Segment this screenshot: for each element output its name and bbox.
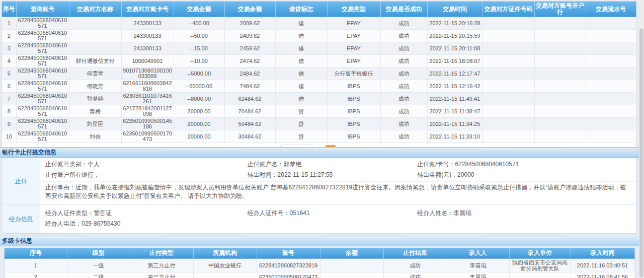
mc-cell-stop-type: 第三方止付	[130, 258, 193, 272]
tx-header-type: 交易类型	[327, 2, 380, 17]
tx-cell-cert-no	[482, 118, 534, 130]
transaction-table: 序号查询账号交易对方名称交易对方账卡号交易金额交易余额借贷标志交易类型交易是否成…	[2, 2, 636, 143]
tx-cell-seq: 3	[2, 42, 16, 55]
tx-cell-balance: 2409.62	[224, 30, 275, 42]
field-handler-name: 经办人姓名：李晨琨	[417, 208, 631, 219]
tx-cell-serial-no	[586, 80, 636, 93]
tx-cell-query-account: 6228450068040610571	[16, 130, 69, 143]
multicard-table-header-row: 序号级别止付类型所属机构账号余额止付结果录入人录入单位录入时间	[5, 248, 634, 258]
stop-payment-panel: 止付 止付账号类别：个人 止付账户名：郭梦艳 止付账/卡号：6228450068…	[2, 158, 636, 234]
tx-cell-serial-no	[586, 42, 636, 55]
tx-cell-amount: 20000.00	[174, 130, 224, 143]
tx-cell-balance: 2009.62	[224, 17, 275, 30]
tx-cell-counterparty-name: 郭梦婷	[69, 93, 121, 105]
multicard-section-title: 多级卡信息	[0, 236, 644, 246]
tx-cell-amount: --400.00	[174, 17, 224, 30]
mc-cell-account: 6228412860827322819	[257, 258, 320, 272]
tx-cell-success: 成功	[380, 93, 427, 105]
tx-cell-time: 2022-11-15 11:38:47	[427, 105, 482, 118]
tx-cell-query-account: 6228450068040610571	[16, 105, 69, 118]
tx-cell-type: IBPS	[327, 118, 380, 130]
tx-cell-debit-credit-flag: 借	[275, 67, 327, 80]
tx-cell-time: 2022-11-15 20:11:08	[427, 42, 482, 55]
tx-cell-opening-bank	[534, 105, 586, 118]
field-stop-account-bank: 止付账户所在银行：	[45, 170, 248, 180]
tx-cell-counterparty-card: 243300133	[121, 17, 174, 30]
tx-cell-time: 2022-11-15 11:33:10	[427, 130, 482, 143]
tx-row: 66228450068040610571何晓芳62166116000038428…	[2, 80, 636, 93]
tx-cell-balance: 7484.62	[224, 80, 275, 93]
tx-cell-debit-credit-flag: 借	[275, 42, 327, 55]
tx-cell-cert-no	[482, 30, 534, 42]
tx-cell-cert-no	[482, 80, 534, 93]
handler-info-group-label: 经办信息	[2, 205, 40, 233]
tx-cell-success: 成功	[380, 130, 427, 143]
tx-header-counterparty-name: 交易对方名称	[69, 2, 121, 17]
field-empty	[417, 219, 631, 229]
mc-cell-entry-person: 李晨琨	[447, 258, 509, 272]
scrollbar-thumb[interactable]	[639, 29, 643, 277]
mc-header-seq: 序号	[5, 248, 67, 258]
field-handler-cert-no: 经办人证件号：051641	[248, 208, 418, 219]
field-handler-phone: 经办人电话：029-86755430	[45, 219, 248, 229]
mc-cell-level: 二级	[67, 272, 130, 278]
mc-cell-balance	[320, 258, 383, 272]
tx-cell-amount: --55000.00	[174, 80, 224, 93]
tx-cell-query-account: 6228450068040610571	[16, 42, 69, 55]
tx-cell-serial-no	[586, 118, 636, 130]
tx-cell-success: 成功	[380, 55, 427, 67]
tx-cell-debit-credit-flag: 借	[275, 80, 327, 93]
tx-cell-query-account: 6228450068040610571	[16, 67, 69, 80]
tx-cell-success: 成功	[380, 80, 427, 93]
tx-header-seq: 序号	[2, 2, 16, 17]
tx-cell-success: 成功	[380, 30, 427, 42]
tx-header-amount: 交易金额	[174, 2, 224, 17]
mc-cell-institution	[193, 272, 257, 278]
tx-cell-cert-no	[482, 42, 534, 55]
tx-cell-opening-bank	[534, 67, 586, 80]
tx-cell-debit-credit-flag: 贷	[275, 105, 327, 118]
tx-cell-type: EPAY	[327, 55, 380, 67]
tx-cell-opening-bank	[534, 118, 586, 130]
tx-header-time: 交易时间	[427, 2, 482, 17]
tx-header-query-account: 查询账号	[16, 2, 69, 17]
tx-cell-query-account: 6228450068040610571	[16, 118, 69, 130]
tx-cell-debit-credit-flag: 贷	[275, 118, 327, 130]
tx-cell-opening-bank	[534, 30, 586, 42]
mc-header-level: 级别	[67, 248, 130, 258]
tx-header-balance: 交易余额	[224, 2, 275, 17]
tx-cell-counterparty-card: 1000049901	[121, 55, 174, 67]
mc-cell-stop-result: 成功	[383, 258, 447, 272]
tx-cell-balance: 62484.62	[224, 93, 275, 105]
tx-cell-type: EPAY	[327, 17, 380, 30]
tx-cell-debit-credit-flag: 借	[275, 55, 327, 67]
tx-cell-balance: 30484.62	[224, 130, 275, 143]
mc-header-stop-type: 止付类型	[130, 248, 193, 258]
field-transfer-out-time: 转出时间：2022-11-15 11:27:55	[248, 170, 418, 180]
vertical-scrollbar[interactable]	[639, 0, 644, 278]
tx-cell-counterparty-card: 6235010990500145186	[121, 118, 174, 130]
tx-cell-query-account: 6228450068040610571	[16, 30, 69, 42]
tx-cell-success: 成功	[380, 42, 427, 55]
tx-row: 36228450068040610571243300133--15.002459…	[2, 42, 636, 55]
tx-cell-amount: --8000.00	[174, 93, 224, 105]
mc-cell-stop-result: 成功	[383, 272, 447, 278]
mc-cell-seq: 1	[5, 258, 67, 272]
handler-info-group-content: 经办人证件类型：警官证 经办人证件号：051641 经办人姓名：李晨琨 经办人电…	[40, 205, 636, 233]
mc-cell-stop-type: 第三方止付	[130, 272, 193, 278]
tx-cell-type: IBPS	[327, 80, 380, 93]
tx-cell-counterparty-name	[69, 17, 121, 30]
tx-cell-balance: 50484.62	[224, 118, 275, 130]
tx-cell-seq: 10	[2, 130, 16, 143]
field-handler-cert-type: 经办人证件类型：警官证	[45, 208, 248, 219]
tx-cell-counterparty-card: 243300133	[121, 30, 174, 42]
tx-row: 96228450068040610571刘星臣62350109905001451…	[2, 118, 636, 130]
tx-cell-time: 2022-11-15 11:34:25	[427, 118, 482, 130]
stop-payment-reason-text: 止付事由：近期，我单位在接报刘妮被骗警情中，发现涉案人员利用贵单位相关账户 曹鸿…	[40, 181, 636, 203]
tx-cell-amount: --5000.00	[174, 67, 224, 80]
stop-payment-system-page: 序号查询账号交易对方名称交易对方账卡号交易金额交易余额借贷标志交易类型交易是否成…	[0, 0, 644, 278]
tx-cell-counterparty-name: 何晓芳	[69, 80, 121, 93]
mc-header-stop-result: 止付结果	[383, 248, 447, 258]
tx-cell-counterparty-card: 6217281942001127098	[121, 105, 174, 118]
mc-cell-balance	[320, 272, 383, 278]
